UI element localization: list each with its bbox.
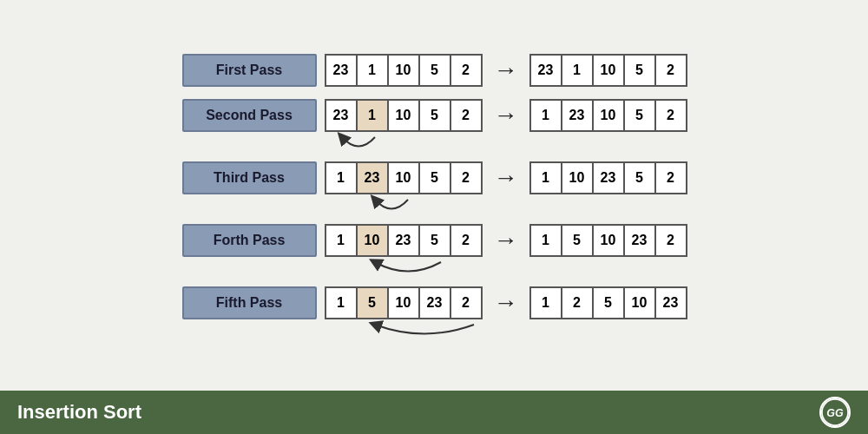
array-cell: 10: [387, 161, 420, 194]
pass-label: Third Pass: [182, 161, 317, 194]
pass-label: Second Pass: [182, 99, 317, 132]
after-array: 1251023: [530, 286, 687, 319]
pass-label: Forth Pass: [182, 224, 317, 257]
after-array: 1510232: [530, 224, 687, 257]
array-cell: 10: [592, 224, 625, 257]
array-cell: 10: [592, 99, 625, 132]
array-cell: 10: [561, 161, 594, 194]
arc-indicator: [326, 260, 490, 278]
array-cell: 1: [356, 54, 389, 87]
array-cell: 1: [529, 286, 562, 319]
array-cell: 5: [418, 224, 451, 257]
array-cell: 2: [450, 161, 483, 194]
array-cell: 2: [654, 99, 687, 132]
array-cell: 2: [450, 54, 483, 87]
array-cell: 2: [654, 224, 687, 257]
before-array: 2311052: [326, 99, 482, 132]
array-cell: 10: [387, 54, 420, 87]
array-cell: 1: [325, 161, 358, 194]
array-cell: 2: [450, 286, 483, 319]
array-cell: 5: [623, 54, 656, 87]
arrow-right-icon: →: [494, 289, 518, 317]
array-cell: 5: [561, 224, 594, 257]
array-cell: 5: [592, 286, 625, 319]
array-cell: 5: [418, 54, 451, 87]
array-cell: 1: [356, 99, 389, 132]
array-cell: 1: [325, 224, 358, 257]
array-cell: 23: [529, 54, 562, 87]
after-array: 1102352: [530, 161, 687, 194]
pass-row: Fifth Pass1510232→1251023: [182, 286, 687, 319]
array-cell: 23: [623, 224, 656, 257]
pass-label: First Pass: [182, 54, 317, 87]
footer: Insertion Sort GG: [0, 391, 868, 434]
array-cell: 23: [418, 286, 451, 319]
arc-indicator: [326, 198, 490, 215]
array-cell: 2: [654, 161, 687, 194]
array-cell: 5: [356, 286, 389, 319]
arrow-right-icon: →: [494, 227, 518, 254]
array-cell: 1: [529, 99, 562, 132]
array-cell: 5: [623, 161, 656, 194]
array-cell: 1: [529, 161, 562, 194]
after-array: 2311052: [530, 54, 687, 87]
pass-row: Forth Pass1102352→1510232: [182, 224, 687, 257]
array-cell: 23: [561, 99, 594, 132]
array-cell: 23: [325, 54, 358, 87]
array-cell: 1: [561, 54, 594, 87]
before-array: 2311052: [326, 54, 482, 87]
array-cell: 2: [561, 286, 594, 319]
footer-title: Insertion Sort: [17, 401, 141, 424]
before-array: 1102352: [326, 224, 482, 257]
array-cell: 1: [529, 224, 562, 257]
array-cell: 5: [418, 99, 451, 132]
arrow-right-icon: →: [494, 164, 518, 192]
array-cell: 10: [387, 99, 420, 132]
array-cell: 10: [356, 224, 389, 257]
array-cell: 2: [450, 99, 483, 132]
pass-label: Fifth Pass: [182, 286, 317, 319]
before-array: 1231052: [326, 161, 482, 194]
before-array: 1510232: [326, 286, 482, 319]
footer-logo: GG: [819, 397, 851, 428]
arrow-right-icon: →: [494, 102, 518, 129]
array-cell: 10: [623, 286, 656, 319]
array-cell: 23: [387, 224, 420, 257]
after-array: 1231052: [530, 99, 687, 132]
arc-indicator: [326, 135, 490, 153]
array-cell: 23: [356, 161, 389, 194]
array-cell: 10: [387, 286, 420, 319]
arrow-right-icon: →: [494, 56, 518, 84]
array-cell: 5: [623, 99, 656, 132]
pass-row: Third Pass1231052→1102352: [182, 161, 687, 194]
main-area: First Pass2311052→2311052Second Pass2311…: [0, 0, 868, 391]
array-cell: 2: [450, 224, 483, 257]
pass-row: First Pass2311052→2311052: [182, 54, 687, 87]
svg-text:GG: GG: [826, 407, 844, 419]
array-cell: 5: [418, 161, 451, 194]
array-cell: 2: [654, 54, 687, 87]
array-cell: 23: [325, 99, 358, 132]
array-cell: 10: [592, 54, 625, 87]
pass-row: Second Pass2311052→1231052: [182, 99, 687, 132]
arc-indicator: [326, 323, 490, 340]
array-cell: 23: [592, 161, 625, 194]
array-cell: 1: [325, 286, 358, 319]
array-cell: 23: [654, 286, 687, 319]
